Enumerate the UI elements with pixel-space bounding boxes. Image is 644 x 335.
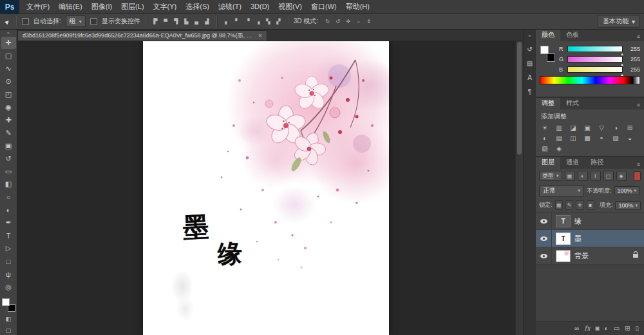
- menu-layer[interactable]: 图层(L): [117, 0, 148, 14]
- character-panel-icon[interactable]: A: [527, 74, 532, 81]
- background-layer-thumbnail[interactable]: [556, 250, 571, 262]
- filter-shape-layers-icon[interactable]: ▢: [603, 171, 614, 181]
- quick-mask-button[interactable]: ◧: [3, 314, 14, 323]
- align-left-edges-button[interactable]: ▛: [151, 17, 160, 26]
- document-tab[interactable]: d3bd161208f5e909f19fc6e3d99d6526c72234a8…: [17, 30, 267, 41]
- menu-image[interactable]: 图像(I): [87, 0, 117, 14]
- filter-type-layers-icon[interactable]: T: [591, 171, 601, 181]
- blue-channel-slider[interactable]: ▲: [567, 66, 623, 73]
- gradient-map-icon[interactable]: ◈: [554, 144, 564, 153]
- tab-layers[interactable]: 图层: [536, 157, 560, 169]
- 3d-slide-button[interactable]: ⇔: [354, 17, 363, 26]
- filter-pixel-layers-icon[interactable]: ▦: [565, 171, 575, 181]
- green-channel-value[interactable]: 255: [626, 56, 640, 62]
- link-layers-icon[interactable]: ∞: [574, 325, 579, 332]
- color-spectrum-ramp[interactable]: [540, 76, 640, 84]
- invert-icon[interactable]: ◓: [596, 133, 607, 142]
- levels-icon[interactable]: ▥: [554, 123, 564, 132]
- 3d-scale-button[interactable]: ⇕: [364, 17, 374, 26]
- menu-window[interactable]: 窗口(W): [307, 0, 341, 14]
- paragraph-panel-icon[interactable]: ¶: [528, 88, 531, 95]
- document-canvas[interactable]: 墨 缘: [143, 41, 389, 335]
- eyedropper-tool-button[interactable]: ◉: [1, 101, 16, 113]
- new-layer-icon[interactable]: ⊞: [625, 325, 630, 332]
- red-channel-value[interactable]: 255: [626, 46, 640, 52]
- tab-color[interactable]: 颜色: [536, 30, 560, 41]
- layer-name[interactable]: 墨: [574, 234, 582, 244]
- expand-panels-button[interactable]: «: [528, 33, 531, 39]
- auto-select-target-dropdown[interactable]: 组 ▾: [66, 15, 86, 27]
- move-tool-button[interactable]: ✛: [1, 37, 16, 49]
- canvas-area[interactable]: 墨 缘: [17, 41, 523, 335]
- align-right-edges-button[interactable]: ▜: [171, 17, 181, 26]
- layer-visibility-toggle[interactable]: [536, 247, 552, 264]
- gradient-tool-button[interactable]: ◧: [1, 178, 16, 190]
- 3d-roll-button[interactable]: ↺: [333, 17, 343, 26]
- rectangular-marquee-tool-button[interactable]: ▢: [1, 50, 16, 62]
- tab-swatches[interactable]: 色板: [560, 30, 585, 41]
- green-channel-slider[interactable]: ▲: [567, 56, 623, 62]
- zoom-tool-button[interactable]: ◎: [1, 281, 16, 293]
- 3d-drag-button[interactable]: ✜: [343, 17, 353, 26]
- layer-row-mo-selected[interactable]: T 墨: [536, 230, 644, 247]
- curves-icon[interactable]: ◪: [568, 123, 578, 132]
- background-color-swatch[interactable]: [547, 53, 555, 62]
- layer-visibility-toggle[interactable]: [536, 213, 552, 229]
- align-top-edges-button[interactable]: ▙: [182, 17, 191, 26]
- tab-channels[interactable]: 通道: [560, 157, 585, 169]
- current-tool-icon[interactable]: ►: [3, 17, 12, 26]
- menu-help[interactable]: 帮助(H): [341, 0, 374, 14]
- panel-menu-icon[interactable]: ≡: [633, 32, 644, 41]
- red-channel-slider[interactable]: ▲: [567, 46, 623, 52]
- posterize-icon[interactable]: ▨: [611, 133, 621, 142]
- hue-saturation-icon[interactable]: ◑: [611, 123, 621, 132]
- brush-tool-button[interactable]: ✎: [1, 127, 16, 139]
- text-layer-thumbnail[interactable]: T: [556, 233, 571, 245]
- lock-transparency-button[interactable]: ▦: [555, 200, 563, 210]
- distribute-bottom-edges-button[interactable]: ▝: [243, 17, 252, 26]
- slider-thumb-icon[interactable]: ▲: [620, 73, 624, 77]
- tab-styles[interactable]: 样式: [560, 98, 585, 110]
- lasso-tool-button[interactable]: ∿: [1, 62, 16, 75]
- type-tool-button[interactable]: T: [1, 229, 16, 242]
- layer-visibility-toggle[interactable]: [536, 230, 552, 247]
- menu-file[interactable]: 文件(F): [22, 0, 54, 14]
- vibrance-icon[interactable]: ▽: [596, 123, 607, 132]
- selective-color-icon[interactable]: ▧: [540, 144, 550, 153]
- tab-adjustments[interactable]: 调整: [536, 98, 560, 110]
- layer-name[interactable]: 背景: [574, 251, 589, 261]
- threshold-icon[interactable]: ◒: [625, 133, 635, 142]
- delete-layer-icon[interactable]: ▯: [635, 325, 639, 332]
- shape-tool-button[interactable]: □: [1, 255, 16, 267]
- channel-mixer-icon[interactable]: ◫: [568, 133, 578, 142]
- text-layer-thumbnail[interactable]: T: [556, 215, 571, 227]
- foreground-color-swatch[interactable]: [2, 298, 10, 306]
- color-lookup-icon[interactable]: ▩: [582, 133, 592, 142]
- opacity-input[interactable]: 100% ▾: [614, 186, 640, 195]
- dodge-tool-button[interactable]: ◐: [1, 204, 16, 216]
- menu-view[interactable]: 视图(V): [274, 0, 307, 14]
- path-selection-tool-button[interactable]: ▷: [1, 242, 16, 254]
- history-brush-tool-button[interactable]: ↺: [1, 153, 16, 165]
- photo-filter-icon[interactable]: ▤: [554, 133, 564, 142]
- blur-tool-button[interactable]: ○: [1, 191, 16, 203]
- lock-pixels-button[interactable]: ✎: [565, 200, 573, 210]
- tab-paths[interactable]: 路径: [585, 157, 609, 169]
- history-panel-icon[interactable]: ↺: [527, 46, 532, 53]
- black-white-icon[interactable]: ◐: [540, 133, 550, 142]
- auto-select-checkbox[interactable]: [22, 18, 29, 25]
- layer-filter-toggle-switch[interactable]: [634, 171, 641, 181]
- scrollbar-thumb[interactable]: [517, 42, 522, 155]
- layer-row-yuan[interactable]: T 缘: [536, 213, 644, 230]
- brightness-contrast-icon[interactable]: ☀: [540, 123, 550, 132]
- blend-mode-dropdown[interactable]: 正常 ▾: [539, 185, 584, 196]
- toolbar-collapse-button[interactable]: »: [7, 30, 10, 36]
- foreground-background-swatches[interactable]: [1, 298, 15, 312]
- lock-all-button[interactable]: ■: [587, 200, 594, 210]
- workspace-switcher-button[interactable]: 基本功能 ▾: [598, 15, 640, 28]
- crop-tool-button[interactable]: ◰: [1, 88, 16, 100]
- show-transform-controls-checkbox[interactable]: [90, 18, 97, 25]
- align-bottom-edges-button[interactable]: ▟: [202, 17, 212, 26]
- properties-panel-icon[interactable]: ▤: [527, 60, 533, 67]
- layer-name[interactable]: 缘: [574, 216, 582, 226]
